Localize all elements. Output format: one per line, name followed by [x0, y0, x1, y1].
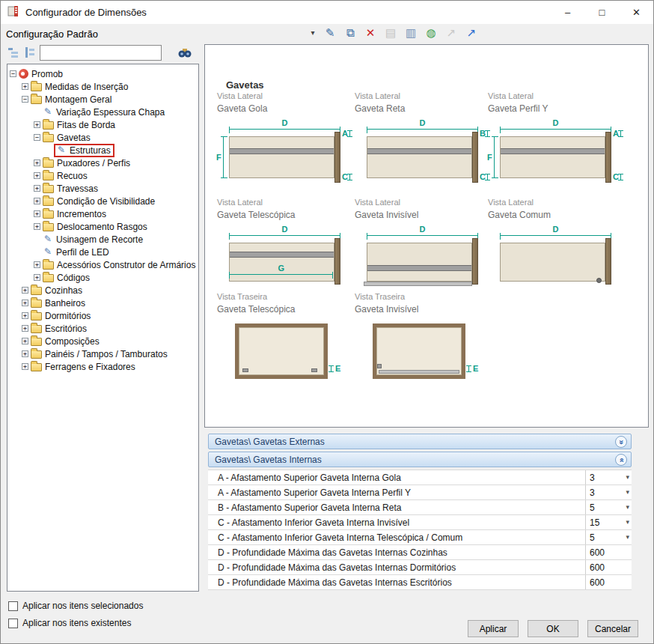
tree-item-gavetas[interactable]: −Gavetas	[7, 131, 198, 144]
view-label: Vista Lateral	[217, 91, 355, 100]
combo-arrow-icon[interactable]: ▾	[626, 488, 629, 496]
tree-item-montagem-geral[interactable]: −Montagem Geral	[7, 93, 198, 106]
param-value[interactable]: 600	[585, 560, 632, 574]
collapse-minus-icon[interactable]: −	[34, 134, 40, 141]
tree-item-label: Montagem Geral	[45, 94, 111, 105]
tree-item-label: Banheiros	[45, 298, 85, 309]
dimension-label: D	[282, 118, 288, 127]
tree-item-condicao-de-visibilidade[interactable]: +Condição de Visibilidade	[7, 195, 198, 207]
dimension-tick-icon	[468, 365, 469, 372]
combo-arrow-icon[interactable]: ▾	[626, 503, 629, 511]
param-value[interactable]: 600	[585, 545, 632, 559]
param-value-select[interactable]: 5▾	[585, 500, 632, 514]
param-value-select[interactable]: 15▾	[585, 515, 632, 529]
apply-selected-checkbox[interactable]	[8, 601, 18, 611]
expand-plus-icon[interactable]: +	[34, 160, 40, 166]
expand-plus-icon[interactable]: +	[34, 185, 40, 192]
tree-item-travessas[interactable]: +Travessas	[7, 182, 198, 195]
expand-plus-icon[interactable]: +	[22, 350, 28, 357]
apply-button[interactable]: Aplicar	[468, 620, 519, 637]
tree-item-ferragens-e-fixadores[interactable]: +Ferragens e Fixadores	[7, 360, 198, 373]
param-label: B - Afastamento Superior Gaveta Interna …	[208, 502, 585, 513]
tree-item-paineis-tampos-tamburatos[interactable]: +Painéis / Tampos / Tamburatos	[7, 347, 198, 360]
tree-item-medidas-de-insercao[interactable]: +Medidas de Inserção	[7, 80, 198, 93]
section-gavetas-internas[interactable]: Gavetas\ Gavetas Internas »	[208, 452, 632, 467]
expand-plus-icon[interactable]: +	[22, 287, 28, 294]
link-blue-icon[interactable]: ↗	[465, 26, 478, 40]
expand-plus-icon[interactable]: +	[22, 338, 28, 344]
drawer-body	[500, 243, 605, 282]
maximize-button[interactable]: □	[585, 1, 619, 24]
combo-arrow-icon[interactable]: ▾	[626, 533, 629, 541]
expand-section-button[interactable]: »	[615, 436, 627, 448]
expand-plus-icon[interactable]: +	[34, 261, 40, 268]
tree-item-acessorios-construtor-de-armarios[interactable]: +Acessórios Construtor de Armários	[7, 258, 198, 271]
combo-arrow-icon[interactable]: ▾	[626, 473, 629, 481]
expand-plus-icon[interactable]: +	[34, 121, 40, 128]
dropdown-arrow-icon[interactable]: ▾	[309, 26, 317, 40]
param-value-select[interactable]: 5▾	[585, 530, 632, 544]
param-value-select[interactable]: 3▾	[585, 485, 632, 499]
tree-item-label: Promob	[31, 69, 63, 79]
expand-plus-icon[interactable]: +	[22, 325, 28, 332]
collapse-all-icon[interactable]	[23, 46, 36, 59]
folder-icon	[31, 300, 42, 308]
collapse-minus-icon[interactable]: −	[22, 96, 28, 103]
tree-item-escritorios[interactable]: +Escritórios	[7, 322, 198, 335]
tree-item-label: Códigos	[57, 273, 90, 283]
tree-item-usinagem-de-recorte[interactable]: ✎Usinagem de Recorte	[7, 233, 198, 246]
folder-icon	[43, 223, 54, 231]
rename-field-icon[interactable]: ✎	[323, 26, 337, 40]
param-value-select[interactable]: 3▾	[585, 470, 632, 484]
tree-item-dormitorios[interactable]: +Dormitórios	[7, 309, 198, 322]
copy-item-icon[interactable]: ⧉	[343, 26, 357, 40]
apply-existing-checkbox[interactable]	[8, 619, 18, 628]
expand-plus-icon[interactable]: +	[34, 198, 40, 204]
expand-plus-icon[interactable]: +	[22, 83, 28, 90]
dimension-label: F	[487, 153, 492, 162]
save-image-icon[interactable]: ▥	[404, 26, 418, 40]
save-icon: ▤	[384, 26, 397, 40]
drawer-diagram: E	[217, 321, 355, 395]
drawer-side-panel	[472, 132, 478, 183]
minimize-button[interactable]: –	[551, 1, 584, 24]
tree-item-puxadores-perfis[interactable]: +Puxadores / Perfis	[7, 157, 198, 169]
close-button[interactable]: ✕	[620, 1, 653, 24]
expand-plus-icon[interactable]: +	[34, 172, 40, 179]
tree-item-variacao-espessura-chapa[interactable]: ✎Variação Espessura Chapa	[7, 106, 198, 118]
expand-plus-icon[interactable]: +	[34, 210, 40, 217]
search-input[interactable]	[40, 45, 162, 61]
expand-all-icon[interactable]	[7, 46, 19, 59]
tree-item-deslocamento-rasgos[interactable]: +Deslocamento Rasgos	[7, 220, 198, 233]
tree-item-fitas-de-borda[interactable]: +Fitas de Borda	[7, 118, 198, 131]
tree-item-recuos[interactable]: +Recuos	[7, 169, 198, 182]
find-binoculars-icon[interactable]	[177, 46, 192, 59]
expand-plus-icon[interactable]: +	[34, 223, 40, 230]
tree-item-label: Recuos	[57, 171, 88, 181]
param-value-text: 15	[586, 517, 599, 528]
cancel-button[interactable]: Cancelar	[587, 620, 638, 637]
collapse-minus-icon[interactable]: −	[10, 70, 16, 77]
dimension-line	[367, 235, 478, 236]
expand-plus-icon[interactable]: +	[22, 363, 28, 370]
tree-item-composicoes[interactable]: +Composições	[7, 335, 198, 347]
section-gavetas-externas[interactable]: Gavetas\ Gavetas Externas »	[208, 434, 632, 449]
titlebar: Configurador de Dimensões – □ ✕	[1, 1, 653, 24]
expand-plus-icon[interactable]: +	[34, 274, 40, 281]
param-value[interactable]: 600	[585, 575, 632, 589]
tree-item-banheiros[interactable]: +Banheiros	[7, 297, 198, 309]
tree-item-perfil-de-led[interactable]: ✎Perfil de LED	[7, 246, 198, 258]
combo-arrow-icon[interactable]: ▾	[626, 518, 629, 526]
tree-item-label: Puxadores / Perfis	[57, 158, 130, 168]
expand-plus-icon[interactable]: +	[22, 300, 28, 306]
expand-plus-icon[interactable]: +	[22, 312, 28, 319]
ok-button[interactable]: OK	[528, 620, 578, 637]
collapse-section-button[interactable]: »	[615, 454, 627, 466]
tree-item-promob[interactable]: −Promob	[7, 67, 198, 80]
tree-item-codigos[interactable]: +Códigos	[7, 271, 198, 284]
globe-icon[interactable]: ◍	[424, 26, 438, 40]
delete-icon[interactable]: ✕	[364, 26, 377, 40]
tree-item-incrementos[interactable]: +Incrementos	[7, 207, 198, 220]
tree-item-cozinhas[interactable]: +Cozinhas	[7, 284, 198, 297]
tree-item-estruturas[interactable]: ✎Estruturas	[7, 144, 198, 157]
